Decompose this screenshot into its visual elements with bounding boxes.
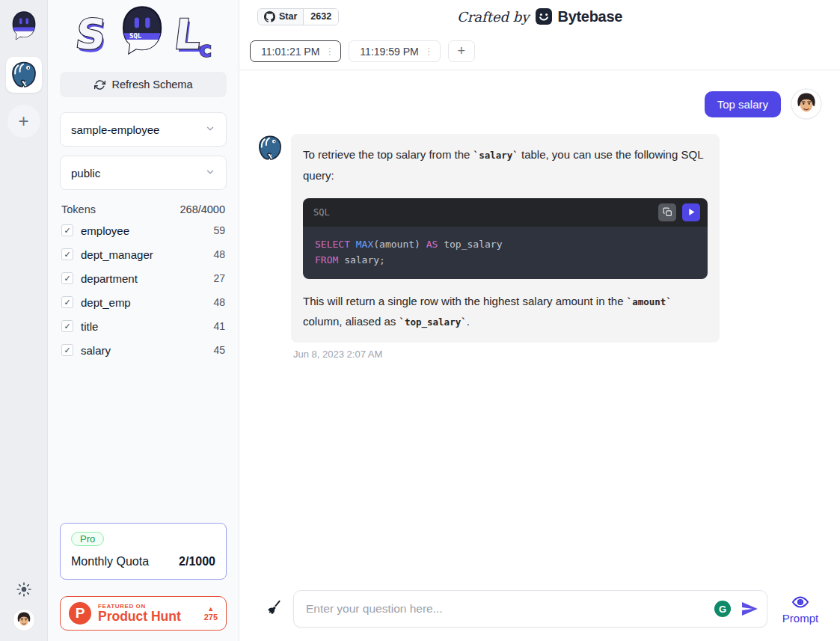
sqlchat-bot-avatar[interactable] <box>8 9 40 43</box>
database-select[interactable]: sample-employee <box>60 112 227 147</box>
table-row[interactable]: ✓dept_emp48 <box>60 290 227 314</box>
bytebase-brand-name: Bytebase <box>558 8 623 25</box>
broom-icon <box>265 599 282 616</box>
send-icon <box>740 599 759 619</box>
user-avatar <box>791 88 822 120</box>
tokens-row: Tokens 268/4000 <box>61 203 225 215</box>
sun-icon <box>16 581 32 598</box>
conversation-tab[interactable]: 11:01:21 PM⋮ <box>250 40 341 62</box>
upvote-icon: ▲ <box>207 606 214 613</box>
postgres-avatar <box>257 135 283 161</box>
code-line: FROM salary; <box>315 252 696 268</box>
table-checkbox[interactable]: ✓ <box>61 224 73 236</box>
user-avatar-icon <box>13 609 35 631</box>
code-editor[interactable]: SELECT MAX(amount) AS top_salaryFROM sal… <box>303 227 708 279</box>
table-checkbox[interactable]: ✓ <box>61 296 73 308</box>
table-name: dept_emp <box>81 296 206 309</box>
table-row[interactable]: ✓title41 <box>60 314 227 338</box>
quota-card: Pro Monthly Quota 2/1000 <box>60 523 227 580</box>
logo-band-text: SQL <box>129 32 141 40</box>
play-icon <box>687 208 696 216</box>
tokens-value: 268/4000 <box>180 203 225 215</box>
table-name: employee <box>81 224 206 237</box>
sqlchat-logo: S S SQL L L c <box>60 3 227 64</box>
table-checkbox[interactable]: ✓ <box>61 320 73 332</box>
user-avatar-button[interactable] <box>13 609 35 634</box>
copy-icon <box>663 207 672 217</box>
refresh-schema-label: Refresh Schema <box>112 79 193 91</box>
pro-badge: Pro <box>71 532 104 546</box>
user-message-bubble: Top salary <box>705 91 781 117</box>
table-name: title <box>81 320 206 333</box>
bytebase-logo-icon <box>535 7 553 25</box>
chevron-down-icon <box>205 167 215 180</box>
question-input-wrap: G <box>293 590 767 628</box>
conversation-tab[interactable]: 11:19:59 PM⋮ <box>349 40 440 62</box>
table-row[interactable]: ✓department27 <box>60 266 227 290</box>
run-code-button[interactable] <box>682 203 700 221</box>
table-token-count: 48 <box>213 296 225 308</box>
inline-code: `top_salary` <box>399 316 466 328</box>
add-connection-button[interactable]: + <box>7 105 40 138</box>
table-name: department <box>81 272 206 285</box>
message-timestamp: Jun 8, 2023 2:07 AM <box>293 349 720 360</box>
product-hunt-badge[interactable]: P FEATURED ON Product Hunt ▲ 275 <box>60 596 227 631</box>
table-token-count: 27 <box>213 272 225 284</box>
table-row[interactable]: ✓salary45 <box>60 338 227 362</box>
user-message-row: Top salary <box>257 88 822 120</box>
chevron-down-icon <box>205 123 215 136</box>
theme-toggle-button[interactable] <box>16 581 32 600</box>
table-token-count: 48 <box>213 248 225 260</box>
sql-code-block: SQL <box>303 198 708 279</box>
assistant-message-card: To retrieve the top salary from the `sal… <box>291 134 720 343</box>
assistant-paragraph: To retrieve the top salary from the `sal… <box>303 144 708 186</box>
postgres-connection-item[interactable] <box>6 57 42 93</box>
svg-text:c: c <box>199 37 212 62</box>
refresh-schema-button[interactable]: Refresh Schema <box>60 72 227 97</box>
quota-value: 2/1000 <box>179 555 215 568</box>
sqlchat-bot-icon <box>10 11 37 41</box>
plus-icon: + <box>457 43 465 59</box>
postgres-icon <box>10 61 37 88</box>
grammarly-icon[interactable]: G <box>714 601 731 617</box>
assistant-message-row: To retrieve the top salary from the `sal… <box>257 134 822 360</box>
code-block-header: SQL <box>303 198 708 227</box>
table-checkbox[interactable]: ✓ <box>61 344 73 356</box>
code-language-label: SQL <box>313 207 330 218</box>
crafted-by: Crafted by Bytebase <box>250 7 830 25</box>
tokens-label: Tokens <box>61 203 96 215</box>
composer: G Prompt <box>239 580 840 641</box>
prompt-button[interactable]: Prompt <box>779 593 822 625</box>
plus-icon: + <box>18 111 28 132</box>
tab-label: 11:01:21 PM <box>261 46 319 58</box>
refresh-icon <box>94 79 105 91</box>
chat-area: Top salary To retrieve the top salary fr… <box>239 70 840 580</box>
tab-menu-icon[interactable]: ⋮ <box>424 46 434 57</box>
table-token-count: 41 <box>213 320 225 332</box>
table-checkbox[interactable]: ✓ <box>61 248 73 260</box>
product-hunt-name: Product Hunt <box>98 610 181 623</box>
table-checkbox[interactable]: ✓ <box>61 272 73 284</box>
svg-text:S: S <box>73 10 108 58</box>
crafted-by-label: Crafted by <box>457 9 530 25</box>
inline-code: `amount` <box>627 296 672 307</box>
tab-menu-icon[interactable]: ⋮ <box>325 46 334 57</box>
copy-code-button[interactable] <box>658 203 676 221</box>
eye-icon <box>791 593 809 611</box>
schema-select[interactable]: public <box>60 156 227 190</box>
table-row[interactable]: ✓dept_manager48 <box>60 242 227 266</box>
tab-label: 11:19:59 PM <box>360 46 418 58</box>
table-list: ✓employee59✓dept_manager48✓department27✓… <box>60 218 227 362</box>
prompt-label: Prompt <box>782 612 818 625</box>
send-button[interactable] <box>740 599 759 619</box>
sidebar: S S SQL L L c Refresh Schema sample-empl… <box>48 0 239 641</box>
table-row[interactable]: ✓employee59 <box>60 218 227 242</box>
connection-rail: + <box>0 0 48 641</box>
inline-code: `salary` <box>473 150 518 161</box>
database-select-value: sample-employee <box>71 123 159 136</box>
conversation-tabs: 11:01:21 PM⋮11:19:59 PM⋮ + <box>250 40 830 70</box>
clear-conversation-button[interactable] <box>265 599 282 619</box>
question-input[interactable] <box>306 602 714 616</box>
table-name: salary <box>81 344 206 357</box>
new-conversation-button[interactable]: + <box>448 40 475 62</box>
